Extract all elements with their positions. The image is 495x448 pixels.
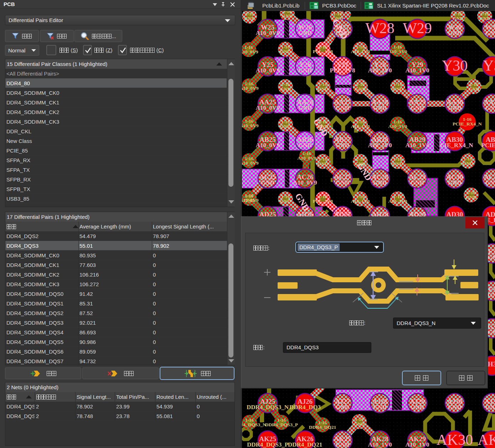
- svg-text:A10_0V9: A10_0V9: [241, 197, 259, 203]
- svg-text:GND: GND: [448, 30, 462, 36]
- svg-text:GND: GND: [466, 195, 476, 200]
- svg-text:GND: GND: [448, 104, 462, 111]
- svg-text:A10_1V0: A10_1V0: [368, 67, 392, 74]
- svg-text:GND: GND: [411, 104, 424, 111]
- svg-text:GND: GND: [373, 104, 387, 111]
- svg-text:GN: GN: [488, 292, 495, 298]
- svg-text:A10_1V0: A10_1V0: [368, 142, 392, 149]
- svg-text:PCIE_RX4_N: PCIE_RX4_N: [453, 121, 482, 127]
- svg-text:GND: GND: [298, 30, 312, 36]
- svg-text:GND: GND: [332, 16, 343, 21]
- svg-text:GND: GND: [373, 179, 387, 186]
- svg-text:A10_0V9: A10_0V9: [293, 179, 317, 186]
- svg-text:GND: GND: [392, 86, 403, 92]
- svg-text:AK3: AK3: [478, 432, 495, 448]
- svg-text:GND: GND: [453, 16, 463, 21]
- svg-text:A10_0V9: A10_0V9: [241, 160, 259, 166]
- svg-text:A10_0V9: A10_0V9: [256, 142, 279, 149]
- svg-text:GND: GND: [355, 161, 366, 166]
- svg-text:DDR4_DQS3_N: DDR4_DQS3_N: [241, 422, 266, 427]
- svg-text:GN: GN: [488, 254, 495, 261]
- svg-text:PLL_1V8: PLL_1V8: [330, 67, 355, 74]
- svg-text:GND: GND: [298, 142, 312, 149]
- svg-text:GND: GND: [354, 421, 365, 427]
- svg-text:GND: GND: [373, 404, 387, 411]
- svg-text:H3: H3: [488, 360, 495, 368]
- svg-text:AK30: AK30: [437, 432, 473, 448]
- svg-text:GND: GND: [485, 404, 495, 411]
- svg-text:GND: GND: [318, 86, 328, 92]
- svg-text:GND: GND: [282, 13, 293, 19]
- svg-text:A10_1V0: A10_1V0: [388, 124, 407, 129]
- svg-text:DDR4_DQ3: DDR4_DQ3: [289, 404, 321, 411]
- svg-text:GND: GND: [336, 179, 349, 186]
- svg-text:Y30: Y30: [442, 57, 468, 74]
- svg-text:GND: GND: [485, 179, 495, 186]
- svg-text:PLL_1V8: PLL_1V8: [313, 199, 333, 204]
- svg-text:GND: GND: [448, 404, 462, 411]
- svg-text:A10_1V0: A10_1V0: [388, 49, 407, 54]
- svg-text:A10_1V0: A10_1V0: [405, 142, 429, 149]
- svg-text:GND: GND: [336, 404, 349, 411]
- svg-text:GND: GND: [261, 179, 274, 186]
- svg-text:DDR4_DQ21: DDR4_DQ21: [288, 441, 322, 448]
- svg-text:A10_0V9: A10_0V9: [241, 49, 258, 55]
- svg-text:GND: GND: [485, 30, 495, 36]
- svg-text:A10_1V0: A10_1V0: [405, 67, 429, 74]
- svg-text:GND: GND: [336, 142, 349, 149]
- svg-text:DDR4_DQ21: DDR4_DQ21: [309, 424, 336, 430]
- svg-text:A10_1V0: A10_1V0: [351, 49, 370, 54]
- svg-text:GND: GND: [411, 179, 424, 186]
- svg-text:A10_1V0: A10_1V0: [405, 441, 429, 448]
- svg-text:A10_0V9: A10_0V9: [297, 155, 316, 161]
- svg-text:GND: GND: [280, 124, 291, 129]
- svg-text:GND: GND: [280, 199, 291, 204]
- svg-text:A10_1V0: A10_1V0: [351, 124, 370, 129]
- svg-text:GND: GND: [469, 86, 479, 92]
- svg-text:DDR4_DQS3_P: DDR4_DQS3_P: [247, 441, 288, 448]
- svg-text:GND: GND: [298, 67, 312, 74]
- svg-text:GND: GND: [479, 16, 490, 21]
- svg-text:GND: GND: [318, 161, 328, 166]
- svg-text:A10_1V0: A10_1V0: [351, 199, 370, 204]
- svg-text:GND: GND: [392, 161, 403, 166]
- svg-text:DDR4_DQS3_N: DDR4_DQS3_N: [247, 404, 289, 411]
- svg-text:A10_0V9: A10_0V9: [256, 67, 279, 74]
- svg-text:GND: GND: [280, 86, 291, 92]
- svg-text:A10_0V9: A10_0V9: [256, 30, 279, 36]
- svg-text:GND: GND: [463, 161, 473, 166]
- svg-text:GND: GND: [336, 104, 349, 111]
- svg-text:A10_0V9: A10_0V9: [241, 86, 259, 91]
- svg-text:GND: GND: [411, 404, 424, 411]
- svg-text:GND: GND: [318, 124, 328, 129]
- svg-text:PCIE_R: PCIE_R: [481, 142, 495, 149]
- svg-text:W29: W29: [403, 20, 432, 36]
- svg-text:GND: GND: [448, 179, 462, 186]
- svg-text:A10_1V0: A10_1V0: [388, 199, 407, 204]
- svg-text:A10_0V9: A10_0V9: [256, 104, 279, 111]
- svg-text:GND: GND: [280, 49, 291, 54]
- svg-text:GND: GND: [244, 16, 255, 21]
- svg-text:PCIE_RX4_N: PCIE_RX4_N: [437, 142, 474, 149]
- svg-text:PLL_1V8: PLL_1V8: [313, 49, 333, 54]
- svg-text:GND: GND: [485, 104, 495, 111]
- svg-text:GN: GN: [488, 329, 495, 336]
- svg-text:W28: W28: [365, 20, 395, 36]
- svg-text:GND: GND: [298, 104, 312, 111]
- svg-text:GND: GND: [336, 30, 349, 36]
- svg-text:Y3: Y3: [483, 57, 495, 74]
- svg-text:GND: GND: [336, 441, 349, 448]
- svg-text:A10_0V9: A10_0V9: [241, 123, 259, 128]
- svg-text:GND: GND: [355, 86, 366, 92]
- svg-text:DDR4_DQS3_P: DDR4_DQS3_P: [265, 422, 298, 427]
- svg-text:A10_1V0: A10_1V0: [368, 441, 392, 448]
